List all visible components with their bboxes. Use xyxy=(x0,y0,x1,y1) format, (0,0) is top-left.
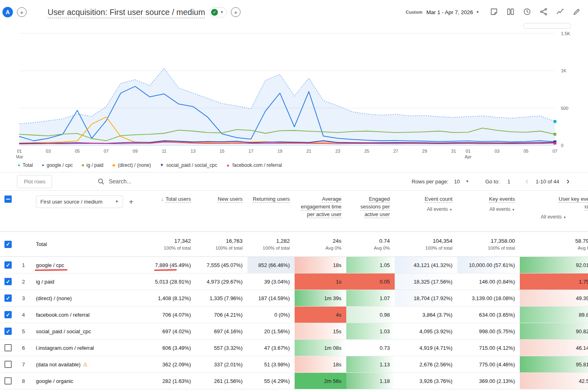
rows-per-page-dropdown[interactable]: 10 ▼ xyxy=(454,179,469,185)
column-header-3[interactable]: Returning users xyxy=(247,196,295,203)
comparison-icon[interactable] xyxy=(506,7,515,17)
metric-cell: 606 (3.49%) xyxy=(151,340,196,356)
total-row-checkbox[interactable]: ✓ xyxy=(4,241,12,248)
row-checkbox[interactable] xyxy=(4,377,12,385)
plus-button[interactable]: + xyxy=(17,7,27,17)
x-axis-label: 07 xyxy=(104,149,109,153)
total-metric-cell: 24sAvg 0% xyxy=(295,232,346,256)
column-header-1[interactable]: ↓Total users xyxy=(151,196,196,203)
page-title: User acquisition: First user source / me… xyxy=(48,8,205,17)
column-header-label[interactable]: New users xyxy=(218,196,243,202)
metric-value: 557 (3.32%) xyxy=(214,345,243,351)
metric-value: 1m 08s xyxy=(324,345,341,351)
total-metric-cell: 16,763100% of total xyxy=(196,232,247,256)
report-status-dropdown[interactable]: ✓ ▼ xyxy=(209,7,227,17)
metric-value: 0.98 xyxy=(380,312,390,318)
metric-value: 0.73 xyxy=(380,345,390,351)
row-checkbox[interactable]: ✓ xyxy=(4,311,12,318)
legend-label: Total xyxy=(23,162,33,168)
row-label: (data not available)⚠ xyxy=(31,356,151,372)
metric-cell: 92.01% xyxy=(520,257,588,273)
metric-cell: 0 (0%) xyxy=(247,307,295,323)
column-filter-dropdown[interactable]: All events ▼ xyxy=(400,206,452,213)
row-checkbox[interactable] xyxy=(4,344,12,351)
legend-marker-icon: ▲ xyxy=(226,163,230,167)
column-header-label[interactable]: Engaged sessions per active user xyxy=(360,196,390,217)
x-axis-label: 11 xyxy=(162,149,166,153)
horizontal-scrollbar-thumb[interactable] xyxy=(523,23,571,29)
column-header-label[interactable]: Returning users xyxy=(253,196,290,202)
x-axis-label: 23 xyxy=(335,149,340,153)
metric-value: 1,335 (7.96%) xyxy=(209,295,243,301)
chevron-down-icon: ▼ xyxy=(563,216,566,219)
column-header-8[interactable]: User key event rateAll events ▼ xyxy=(520,196,588,221)
metric-value: 3,864 (3.7%) xyxy=(423,312,452,318)
plot-rows-button[interactable]: Plot rows xyxy=(17,175,52,188)
metric-value: 337 (2.01%) xyxy=(214,362,243,368)
metric-value: 92.01% xyxy=(576,262,588,268)
clock-icon[interactable] xyxy=(522,7,532,17)
date-range-picker[interactable]: Mar 1 - Apr 7, 2026 ▼ xyxy=(427,9,479,15)
warning-icon: ⚠ xyxy=(83,362,88,368)
metric-cell: 4,095 (3.92%) xyxy=(395,323,457,339)
go-to-label: Go to: xyxy=(485,179,499,185)
add-dimension-button[interactable]: + xyxy=(129,198,134,206)
x-axis-label: 13 xyxy=(190,149,195,153)
metric-cell: 1.07 xyxy=(346,290,395,306)
search-input[interactable] xyxy=(109,178,185,185)
column-header-7[interactable]: Key eventsAll events ▼ xyxy=(457,196,520,213)
previous-page-button[interactable]: ‹ xyxy=(524,177,530,186)
legend-label: facebook.com / referral xyxy=(232,162,282,168)
metric-value: 15s xyxy=(333,328,341,334)
row-checkbox[interactable]: ✓ xyxy=(4,328,12,335)
x-axis-label: 15 xyxy=(220,149,224,153)
metric-cell: 18,325 (17.56%) xyxy=(395,273,457,290)
check-icon: ✓ xyxy=(211,9,218,16)
go-to-page-input[interactable]: 1 xyxy=(505,179,513,185)
column-header-2[interactable]: New users xyxy=(196,196,247,203)
share-icon[interactable] xyxy=(539,7,548,17)
metric-cell: 90.82% xyxy=(520,323,588,339)
select-all-checkbox[interactable] xyxy=(4,196,12,203)
row-label: ig / paid xyxy=(31,273,151,290)
x-axis-label: 05 xyxy=(75,149,80,153)
account-avatar[interactable]: A xyxy=(2,7,13,17)
x-axis-label: 31 xyxy=(451,149,456,153)
column-header-label[interactable]: Total users xyxy=(165,196,191,202)
chevron-down-icon: ▼ xyxy=(465,180,469,183)
add-comparison-button[interactable]: + xyxy=(231,7,241,17)
row-checkbox[interactable]: ✓ xyxy=(4,294,12,302)
x-axis-label: 29 xyxy=(422,149,427,153)
metric-cell: 4,973 (29.67%) xyxy=(196,273,247,290)
row-number: 4 xyxy=(16,307,31,323)
column-header-label[interactable]: User key event rate xyxy=(553,196,588,211)
metric-value: 2,676 (2.56%) xyxy=(419,362,452,368)
row-checkbox[interactable]: ✓ xyxy=(4,261,12,269)
column-header-6[interactable]: Event countAll events ▼ xyxy=(395,196,457,213)
pagination: Rows per page: 10 ▼ Go to: 1 ‹ 1-10 of 4… xyxy=(412,177,571,186)
metric-cell: 4s xyxy=(295,307,346,323)
column-header-4[interactable]: Average engagement time per active user xyxy=(295,196,346,219)
metric-cell: 775.00 (4.46%) xyxy=(457,356,520,372)
next-page-button[interactable]: › xyxy=(565,177,571,186)
note-icon[interactable] xyxy=(489,7,499,17)
insights-icon[interactable] xyxy=(555,7,565,17)
metric-value: 4s xyxy=(336,312,341,318)
dimension-selector[interactable]: First user source / medium▼ xyxy=(36,196,123,208)
column-header-label[interactable]: Key events xyxy=(489,196,515,202)
row-checkbox[interactable] xyxy=(4,361,12,368)
metric-cell: 2,676 (2.56%) xyxy=(395,356,457,372)
column-filter-dropdown[interactable]: All events ▼ xyxy=(462,206,515,213)
row-label-text: (data not available) xyxy=(36,362,81,368)
edit-icon[interactable] xyxy=(572,7,582,17)
metric-cell: 261 (1.56%) xyxy=(196,373,247,389)
column-filter-dropdown[interactable]: All events ▼ xyxy=(525,214,588,221)
metric-cell: 706 (4.07%) xyxy=(151,307,196,323)
row-label-text: ig / paid xyxy=(36,279,54,285)
column-header-label[interactable]: Average engagement time per active user xyxy=(301,196,341,217)
metric-value: 46.14% xyxy=(576,345,588,351)
column-header-5[interactable]: Engaged sessions per active user xyxy=(346,196,395,219)
row-checkbox[interactable]: ✓ xyxy=(4,278,12,285)
legend-item: ●google / cpc xyxy=(42,162,73,168)
column-header-label[interactable]: Event count xyxy=(425,196,452,202)
